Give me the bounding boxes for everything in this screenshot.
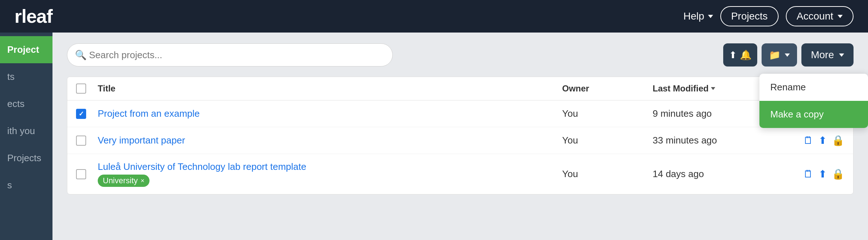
sidebar-item-label: Projects bbox=[7, 153, 41, 163]
dropdown-item-make-copy[interactable]: Make a copy bbox=[759, 101, 868, 128]
upload-icon: ⬆ bbox=[729, 50, 737, 61]
table-row: Project from an example You 9 minutes ag… bbox=[67, 100, 853, 127]
bell-icon: 🔔 bbox=[740, 50, 751, 61]
search-icon: 🔍 bbox=[75, 50, 87, 61]
help-chevron-icon bbox=[708, 15, 713, 18]
select-all-checkbox[interactable] bbox=[76, 83, 86, 94]
sidebar: Project ts ects ith you Projects s bbox=[0, 33, 52, 240]
dropdown-item-rename[interactable]: Rename bbox=[759, 74, 868, 101]
help-button[interactable]: Help bbox=[683, 10, 713, 22]
sidebar-item-ith-you[interactable]: ith you bbox=[0, 117, 52, 145]
university-tag: University × bbox=[98, 175, 149, 187]
sidebar-item-ects[interactable]: ects bbox=[0, 90, 52, 117]
row-2-owner: You bbox=[562, 135, 653, 146]
sidebar-item-project[interactable]: Project bbox=[0, 36, 52, 63]
upload-bell-button[interactable]: ⬆ 🔔 bbox=[723, 43, 757, 67]
col-title-label: Title bbox=[98, 83, 115, 94]
row-3-tags: University × bbox=[98, 175, 562, 187]
row-2-checkbox-cell bbox=[76, 136, 98, 146]
row-3-owner: You bbox=[562, 168, 653, 180]
row-3-actions: 🗒 ⬆ 🔒 bbox=[779, 168, 844, 180]
col-title: Title bbox=[98, 83, 562, 94]
sidebar-item-projects[interactable]: Projects bbox=[0, 145, 52, 172]
upload-icon[interactable]: ⬆ bbox=[818, 134, 827, 146]
col-modified-label: Last Modified bbox=[653, 83, 709, 94]
sidebar-item-label: s bbox=[7, 180, 12, 190]
header-right: Help Projects Account bbox=[683, 6, 854, 26]
folder-icon: 📁 bbox=[769, 50, 780, 61]
account-button[interactable]: Account bbox=[786, 6, 854, 26]
make-copy-label: Make a copy bbox=[770, 109, 823, 120]
more-chevron-icon bbox=[839, 53, 844, 57]
row-1-owner: You bbox=[562, 108, 653, 119]
row-1-title-cell: Project from an example bbox=[98, 108, 562, 119]
more-dropdown: Rename Make a copy bbox=[759, 74, 868, 128]
row-1-checkbox[interactable] bbox=[76, 109, 86, 119]
more-label: More bbox=[811, 49, 834, 61]
tag-close-button[interactable]: × bbox=[141, 177, 145, 185]
copy-icon[interactable]: 🗒 bbox=[803, 168, 813, 180]
logo: rleaf bbox=[14, 5, 52, 27]
more-button[interactable]: More bbox=[801, 43, 854, 67]
tag-label: University bbox=[103, 176, 138, 185]
sort-icon bbox=[711, 87, 715, 90]
account-chevron-icon bbox=[838, 15, 843, 18]
search-input[interactable] bbox=[67, 43, 393, 67]
account-label: Account bbox=[797, 10, 833, 22]
search-container: 🔍 bbox=[67, 43, 393, 67]
col-owner-label: Owner bbox=[562, 83, 589, 94]
archive-icon[interactable]: 🔒 bbox=[832, 168, 844, 180]
row-2-actions: 🗒 ⬆ 🔒 bbox=[779, 134, 844, 146]
toolbar: 🔍 ⬆ 🔔 📁 More Rena bbox=[67, 43, 854, 67]
row-2-title-link[interactable]: Very important paper bbox=[98, 135, 562, 146]
row-1-title-link[interactable]: Project from an example bbox=[98, 108, 562, 119]
help-label: Help bbox=[683, 10, 704, 22]
projects-button[interactable]: Projects bbox=[720, 6, 779, 26]
sidebar-item-label: ith you bbox=[7, 125, 35, 136]
col-checkbox bbox=[76, 83, 98, 94]
archive-icon[interactable]: 🔒 bbox=[832, 134, 844, 146]
copy-icon[interactable]: 🗒 bbox=[803, 134, 813, 146]
folder-chevron-icon bbox=[785, 53, 790, 57]
row-3-checkbox[interactable] bbox=[76, 169, 86, 179]
row-2-modified: 33 minutes ago bbox=[653, 135, 779, 146]
table-row: Very important paper You 33 minutes ago … bbox=[67, 127, 853, 154]
sidebar-item-ts[interactable]: ts bbox=[0, 63, 52, 90]
row-1-checkbox-cell bbox=[76, 109, 98, 119]
row-2-title-cell: Very important paper bbox=[98, 135, 562, 146]
row-3-title-cell: Luleå University of Technology lab repor… bbox=[98, 161, 562, 187]
sidebar-item-s[interactable]: s bbox=[0, 172, 52, 199]
projects-table: Title Owner Last Modified Project from a… bbox=[67, 77, 854, 194]
upload-icon[interactable]: ⬆ bbox=[818, 168, 827, 180]
row-3-title-link[interactable]: Luleå University of Technology lab repor… bbox=[98, 161, 562, 172]
layout: Project ts ects ith you Projects s 🔍 bbox=[0, 33, 868, 240]
toolbar-right: ⬆ 🔔 📁 More bbox=[723, 43, 854, 67]
sidebar-item-label: ects bbox=[7, 98, 25, 109]
folder-button[interactable]: 📁 bbox=[762, 43, 797, 67]
projects-label: Projects bbox=[731, 10, 768, 22]
row-2-checkbox[interactable] bbox=[76, 136, 86, 146]
sidebar-item-label: ts bbox=[7, 71, 14, 82]
main-content: 🔍 ⬆ 🔔 📁 More Rena bbox=[52, 33, 868, 240]
table-header: Title Owner Last Modified bbox=[67, 77, 853, 100]
header: rleaf Help Projects Account bbox=[0, 0, 868, 33]
rename-label: Rename bbox=[770, 82, 806, 93]
col-owner: Owner bbox=[562, 83, 653, 94]
row-3-checkbox-cell bbox=[76, 169, 98, 179]
table-row: Luleå University of Technology lab repor… bbox=[67, 154, 853, 194]
row-3-modified: 14 days ago bbox=[653, 168, 779, 180]
sidebar-item-label: Project bbox=[7, 44, 39, 55]
